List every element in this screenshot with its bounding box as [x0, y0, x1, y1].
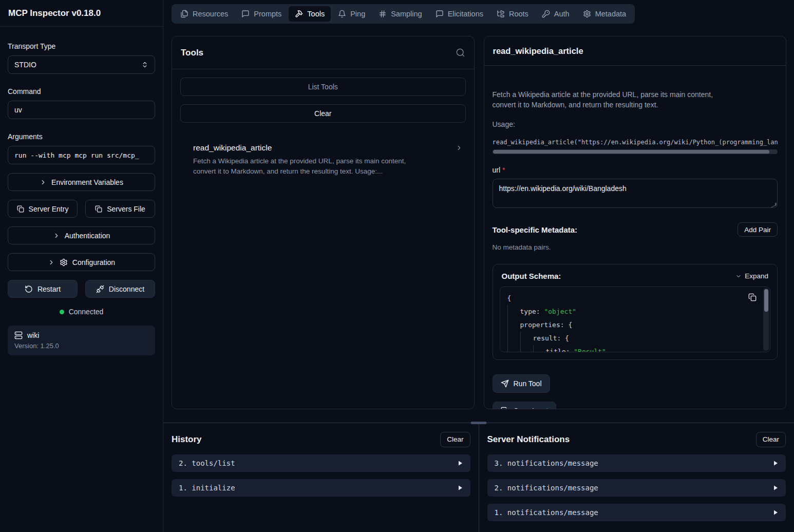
list-tools-button[interactable]: List Tools — [180, 78, 466, 96]
tool-detail-title: read_wikipedia_article — [493, 46, 583, 56]
arguments-label: Arguments — [8, 132, 155, 141]
tab-resources[interactable]: Resources — [174, 6, 234, 22]
tools-panel: Tools List Tools Clear read_wikipedia_ar… — [172, 36, 475, 409]
server-entry-button[interactable]: Server Entry — [8, 200, 78, 218]
chevron-right-icon — [40, 179, 47, 186]
restart-icon — [25, 285, 33, 293]
tab-label: Resources — [193, 10, 228, 18]
notification-item[interactable]: 2. notifications/message — [487, 479, 786, 497]
server-notifications-title: Server Notifications — [487, 434, 570, 445]
copy-icon — [95, 205, 102, 213]
tab-ping[interactable]: Ping — [332, 6, 371, 22]
disconnect-button[interactable]: Disconnect — [85, 280, 155, 298]
message-square-icon — [241, 10, 250, 18]
tab-tools[interactable]: Tools — [289, 6, 331, 22]
sidebar: MCP Inspector v0.18.0 Transport Type STD… — [0, 0, 163, 532]
schema-line: { — [507, 292, 512, 305]
server-entry-label: Server Entry — [29, 205, 69, 213]
authentication-button[interactable]: Authentication — [8, 226, 155, 244]
servers-file-button[interactable]: Servers File — [85, 200, 155, 218]
chevron-right-icon — [456, 144, 463, 151]
server-version: Version: 1.25.0 — [14, 342, 148, 350]
configuration-button[interactable]: Configuration — [8, 253, 155, 271]
connection-status: Connected — [8, 308, 155, 316]
play-icon — [772, 460, 779, 466]
command-input[interactable] — [8, 101, 155, 119]
chevron-right-icon — [48, 259, 55, 266]
schema-value: "object" — [544, 305, 576, 318]
schema-key: result: { — [533, 332, 569, 345]
app-title: MCP Inspector v0.18.0 — [8, 8, 101, 18]
scrollbar-thumb[interactable] — [493, 150, 770, 154]
folder-tree-icon — [497, 10, 505, 18]
hash-icon — [379, 10, 387, 18]
usage-code: read_wikipedia_article("https://en.wikip… — [493, 139, 778, 146]
schema-key: title: — [546, 345, 574, 352]
tab-metadata[interactable]: Metadata — [577, 6, 632, 22]
unplug-icon — [96, 285, 104, 293]
splitter-drag-handle[interactable] — [471, 422, 487, 424]
transport-type-label: Transport Type — [8, 42, 155, 50]
server-notifications-panel: Server Notifications Clear 3. notificati… — [479, 423, 794, 532]
tab-auth[interactable]: Auth — [536, 6, 576, 22]
schema-key: type: — [520, 305, 544, 318]
status-dot-icon — [60, 310, 64, 314]
expand-schema-button[interactable]: Expand — [735, 272, 768, 280]
tab-elicitations[interactable]: Elicitations — [429, 6, 489, 22]
play-icon — [772, 485, 779, 491]
chevron-down-icon — [735, 273, 742, 279]
history-item[interactable]: 1. initialize — [172, 479, 470, 497]
server-info-card: wiki Version: 1.25.0 — [8, 326, 155, 355]
tab-label: Elicitations — [448, 10, 483, 18]
gear-icon — [60, 258, 68, 267]
history-panel: History Clear 2. tools/list 1. initializ… — [163, 423, 479, 532]
bell-icon — [338, 10, 346, 18]
required-marker: * — [502, 166, 505, 174]
play-icon — [457, 460, 463, 466]
add-pair-button[interactable]: Add Pair — [738, 222, 778, 237]
hammer-icon — [295, 10, 303, 18]
configuration-label: Configuration — [72, 258, 115, 267]
servers-file-label: Servers File — [107, 205, 145, 213]
message-square-icon — [436, 10, 444, 18]
transport-type-value: STDIO — [14, 61, 36, 69]
tab-prompts[interactable]: Prompts — [235, 6, 288, 22]
search-icon[interactable] — [456, 48, 465, 58]
run-tool-button[interactable]: Run Tool — [493, 374, 550, 393]
output-schema-section: Output Schema: Expand { type: "object" p… — [493, 264, 778, 360]
arguments-input[interactable] — [8, 146, 155, 164]
restart-button[interactable]: Restart — [8, 280, 78, 298]
tool-list-item[interactable]: read_wikipedia_article Fetch a Wikipedia… — [180, 143, 466, 177]
schema-key: properties: { — [520, 318, 573, 332]
vertical-scrollbar[interactable] — [763, 288, 769, 351]
history-item-label: 2. tools/list — [179, 459, 235, 467]
environment-variables-label: Environment Variables — [51, 178, 123, 186]
url-input[interactable]: https://en.wikipedia.org/wiki/Bangladesh — [493, 179, 778, 208]
notification-item[interactable]: 1. notifications/message — [487, 504, 786, 521]
main-area: Resources Prompts Tools Ping Sampling El… — [163, 0, 794, 532]
schema-code-block: { type: "object" properties: { result: {… — [500, 287, 771, 352]
copy-input-button[interactable]: Copy Input — [493, 402, 557, 409]
notification-item[interactable]: 3. notifications/message — [487, 454, 786, 472]
environment-variables-button[interactable]: Environment Variables — [8, 173, 155, 191]
horizontal-scrollbar[interactable] — [493, 149, 778, 154]
copy-icon — [17, 205, 24, 213]
send-icon — [501, 379, 509, 388]
connection-status-label: Connected — [69, 308, 104, 316]
files-icon — [180, 10, 188, 18]
copy-input-label: Copy Input — [514, 407, 549, 409]
clear-tools-button[interactable]: Clear — [180, 104, 466, 123]
command-label: Command — [8, 87, 155, 96]
copy-schema-icon[interactable] — [748, 293, 757, 301]
chevrons-up-down-icon — [141, 61, 148, 68]
key-icon — [542, 10, 550, 18]
scrollbar-thumb[interactable] — [764, 289, 768, 312]
tab-roots[interactable]: Roots — [490, 6, 535, 22]
sidebar-header: MCP Inspector v0.18.0 — [0, 0, 163, 27]
clear-notifications-button[interactable]: Clear — [756, 432, 786, 447]
history-item[interactable]: 2. tools/list — [172, 454, 470, 472]
clear-history-button[interactable]: Clear — [440, 432, 470, 447]
transport-type-select[interactable]: STDIO — [8, 55, 155, 74]
no-metadata-text: No metadata pairs. — [493, 243, 778, 251]
tab-sampling[interactable]: Sampling — [372, 6, 428, 22]
